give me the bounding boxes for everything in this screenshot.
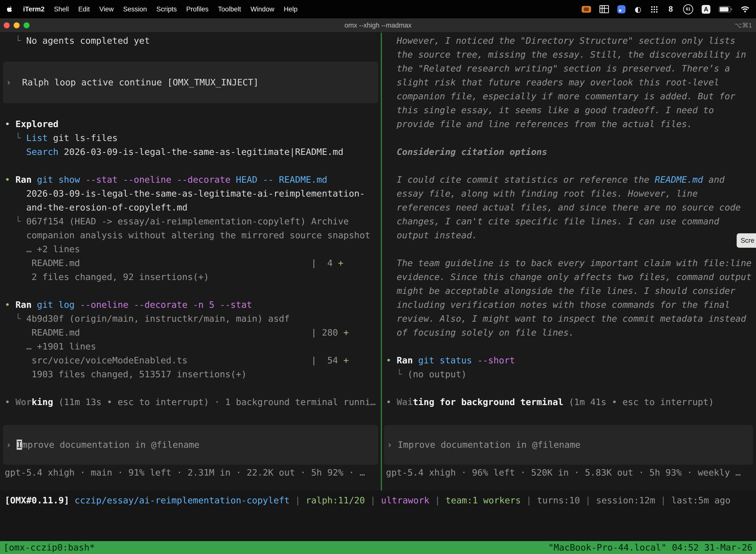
terminal-line <box>386 159 756 173</box>
terminal-line: essay file, along with finding root file… <box>386 187 756 201</box>
menu-item-iterm2[interactable]: iTerm2 <box>18 0 49 18</box>
explored-list-line: └ List git ls-files <box>5 131 381 145</box>
terminal-line: └ 067f154 (HEAD -> essay/ai-reimplementa… <box>5 214 381 228</box>
menu-item-shell[interactable]: Shell <box>49 0 74 18</box>
terminal-line: 2026-03-09-is-legal-the-same-as-legitima… <box>5 187 381 201</box>
terminal-line: this single essay, it seems like a good … <box>386 103 756 117</box>
zoom-window-button[interactable] <box>23 22 29 28</box>
terminal-line: review. Also, I might want to inspect th… <box>386 312 756 326</box>
menu-item-edit[interactable]: Edit <box>74 0 95 18</box>
explored-header: • Explored <box>5 117 381 131</box>
terminal-line: references need actual files, and since … <box>386 201 756 214</box>
reasoning-heading: Considering citation options <box>386 145 756 159</box>
terminal-line <box>386 381 756 395</box>
circular-app-icon[interactable]: ◐ <box>634 4 642 14</box>
terminal-line: README.md | 4 + <box>5 256 381 270</box>
prompt-input[interactable]: › Improve documentation in @filename <box>3 425 378 465</box>
terminal-line: companion file, especially if more comme… <box>386 89 756 103</box>
ran-git-show-line: • Ran git show --stat --oneline --decora… <box>5 173 381 187</box>
terminal-line <box>5 159 381 173</box>
terminal-line: slight risk that future readers may over… <box>386 75 756 89</box>
menu-item-view[interactable]: View <box>94 0 118 18</box>
spacer <box>5 103 381 117</box>
right-terminal-pane[interactable]: However, I noticed the "Directory Struct… <box>382 33 756 491</box>
spacer <box>5 409 381 425</box>
screen-share-tooltip[interactable]: Scre <box>737 233 756 248</box>
terminal-line: README.md | 280 + <box>5 326 381 340</box>
tmux-host-clock: "MacBook-Pro-44.local" 04:52 31-Mar-26 <box>548 541 753 554</box>
menu-item-help[interactable]: Help <box>279 0 302 18</box>
terminal-line: companion analysis without altering the … <box>5 228 381 242</box>
terminal-line: The team guideline is to back every impo… <box>386 256 756 270</box>
terminal-line: src/voice/voiceModeEnabled.ts | 54 + <box>5 353 381 367</box>
spacer <box>386 409 756 425</box>
terminal-line: I could cite commit statistics or refere… <box>386 173 756 187</box>
terminal-line: └ 4b9d30f (origin/main, instructkr/main,… <box>5 312 381 326</box>
menu-item-toolbelt[interactable]: Toolbelt <box>213 0 246 18</box>
window-shortcut-badge: ⌥⌘1 <box>735 21 752 29</box>
screen-recording-indicator[interactable] <box>582 6 591 13</box>
left-terminal-pane[interactable]: └ No agents completed yet› Ralph loop ac… <box>0 33 381 491</box>
wifi-icon[interactable] <box>741 4 750 14</box>
working-status-line: • Working (11m 13s • esc to interrupt) ·… <box>5 395 381 409</box>
apple-icon <box>6 5 13 13</box>
terminal-line: … +2 lines <box>5 242 381 256</box>
apple-menu[interactable] <box>0 5 18 13</box>
window-title-bar: omx --xhigh --madmax ⌥⌘1 <box>0 18 756 33</box>
terminal-line: evidence. Since this change only affects… <box>386 270 756 284</box>
model-status-line: gpt-5.4 xhigh · main · 91% left · 2.31M … <box>5 466 381 480</box>
terminal-line: of focusing solely on file lines. <box>386 326 756 340</box>
terminal-line: … +1901 lines <box>5 340 381 353</box>
ralph-loop-banner: › Ralph loop active continue [OMX_TMUX_I… <box>3 62 378 103</box>
terminal-line: might be acceptable alongside the file l… <box>386 284 756 298</box>
apps-grid-icon[interactable] <box>650 5 658 13</box>
menu-item-scripts[interactable]: Scripts <box>151 0 182 18</box>
terminal-line: changes, I can't cite specific file line… <box>386 214 756 228</box>
figure-eight-icon[interactable]: 8 <box>667 4 675 14</box>
terminal-content: └ No agents completed yet› Ralph loop ac… <box>0 33 756 491</box>
ran-git-status-line: • Ran git status --short <box>386 353 756 367</box>
reasoning-paragraph: However, I noticed the "Directory Struct… <box>386 34 756 48</box>
terminal-line: provide file and line references from th… <box>386 117 756 131</box>
stats-grid-icon[interactable] <box>600 5 609 13</box>
explored-search-line: Search 2026-03-09-is-legal-the-same-as-l… <box>5 145 381 159</box>
omx-status-bar: [OMX#0.11.9] cczip/essay/ai-reimplementa… <box>0 493 756 507</box>
model-status-line: gpt-5.4 xhigh · 96% left · 520K in · 5.8… <box>386 466 756 480</box>
menu-items: iTerm2ShellEditViewSessionScriptsProfile… <box>18 0 302 18</box>
input-source-icon[interactable]: A <box>702 5 710 14</box>
menu-bar: iTerm2ShellEditViewSessionScriptsProfile… <box>0 0 756 18</box>
desktop: { "palette":{ "background":"#1a1a1a","pa… <box>0 0 756 554</box>
spacer <box>5 48 381 62</box>
minimize-window-button[interactable] <box>14 22 19 28</box>
terminal-line: the source tree, missing the essay. Stil… <box>386 48 756 62</box>
agents-status-line: └ No agents completed yet <box>5 34 381 48</box>
close-window-button[interactable] <box>4 22 10 28</box>
terminal-line: 1903 files changed, 513517 insertions(+) <box>5 367 381 381</box>
tmux-session-label: [omx-cczip0:bash* <box>3 541 95 554</box>
menu-item-session[interactable]: Session <box>118 0 151 18</box>
terminal-line <box>386 340 756 353</box>
terminal-line: including verification notes with those … <box>386 298 756 312</box>
terminal-line <box>5 284 381 298</box>
terminal-line <box>5 381 381 395</box>
battery-icon[interactable] <box>719 4 732 14</box>
terminal-line: and-the-erosion-of-copyleft.md <box>5 201 381 214</box>
battery-percent-badge-icon[interactable]: 61 <box>683 4 693 14</box>
terminal-line <box>386 242 756 256</box>
terminal-line: output instead. <box>386 228 756 242</box>
terminal-line: the "Related research writing" section i… <box>386 62 756 75</box>
terminal-line: 2 files changed, 92 insertions(+) <box>5 270 381 284</box>
tmux-status-bar: [omx-cczip0:bash* "MacBook-Pro-44.local"… <box>0 541 756 554</box>
terminal-line <box>386 131 756 145</box>
menu-item-window[interactable]: Window <box>246 0 279 18</box>
traffic-lights <box>4 18 29 32</box>
window-title: omx --xhigh --madmax <box>344 21 412 29</box>
blue-app-icon[interactable] <box>617 5 626 13</box>
menu-item-profiles[interactable]: Profiles <box>182 0 213 18</box>
ran-git-log-line: • Ran git log --oneline --decorate -n 5 … <box>5 298 381 312</box>
waiting-status-line: • Waiting for background terminal (1m 41… <box>386 395 756 409</box>
prompt-input[interactable]: › Improve documentation in @filename <box>384 425 753 465</box>
terminal-line: └ (no output) <box>386 367 756 381</box>
menu-status-icons: ◐861A <box>582 0 756 18</box>
